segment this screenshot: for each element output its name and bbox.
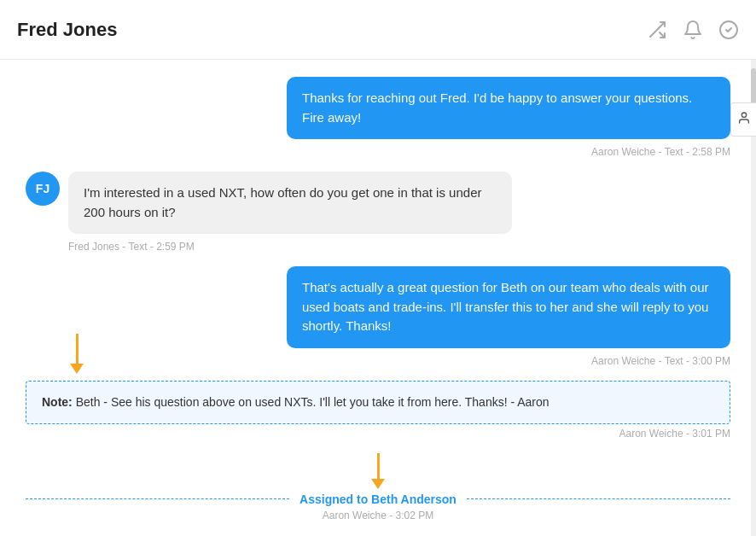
arrow-line	[76, 334, 79, 364]
message-row: Thanks for reaching out Fred. I'd be hap…	[26, 77, 730, 139]
assigned-arrow-line	[377, 453, 380, 479]
assigned-arrow-head	[371, 479, 385, 489]
message-row: That's actually a great question for Bet…	[26, 266, 730, 348]
assigned-label: Assigned to Beth Anderson	[289, 492, 467, 506]
panel-toggle[interactable]	[730, 102, 756, 137]
message-bubble: I'm interested in a used NXT, how often …	[68, 172, 512, 234]
note-meta: Aaron Weiche - 3:01 PM	[26, 428, 730, 440]
header: Fred Jones	[0, 0, 756, 60]
header-actions	[647, 20, 739, 40]
page-title: Fred Jones	[17, 19, 117, 41]
check-circle-icon[interactable]	[718, 20, 739, 40]
message-meta: Aaron Weiche - Text - 2:58 PM	[26, 146, 730, 158]
arrow-head	[70, 364, 84, 374]
message-meta: Aaron Weiche - Text - 3:00 PM	[26, 355, 730, 367]
dashed-line-left	[26, 498, 289, 499]
dashed-line-right	[467, 498, 730, 499]
note-arrow	[70, 334, 84, 374]
chat-area: Thanks for reaching out Fred. I'd be hap…	[0, 60, 756, 536]
avatar: FJ	[26, 172, 60, 206]
note-text: Beth - See his question above on used NX…	[73, 395, 550, 409]
message-bubble: Thanks for reaching out Fred. I'd be hap…	[287, 77, 730, 139]
shuffle-icon[interactable]	[647, 20, 667, 40]
assigned-arrow	[26, 453, 730, 489]
svg-point-3	[741, 113, 746, 117]
bell-icon[interactable]	[683, 20, 703, 40]
assigned-container: Assigned to Beth Anderson	[26, 453, 730, 506]
message-row: FJ I'm interested in a used NXT, how oft…	[26, 172, 730, 234]
assigned-row: Assigned to Beth Anderson	[26, 492, 730, 506]
note-label: Note:	[42, 395, 73, 409]
assigned-meta: Aaron Weiche - 3:02 PM	[26, 510, 730, 521]
note-box: Note: Beth - See his question above on u…	[26, 381, 730, 424]
message-bubble: That's actually a great question for Bet…	[287, 266, 730, 348]
message-meta: Fred Jones - Text - 2:59 PM	[26, 241, 730, 253]
person-icon	[737, 111, 751, 128]
note-container: Note: Beth - See his question above on u…	[26, 381, 730, 424]
